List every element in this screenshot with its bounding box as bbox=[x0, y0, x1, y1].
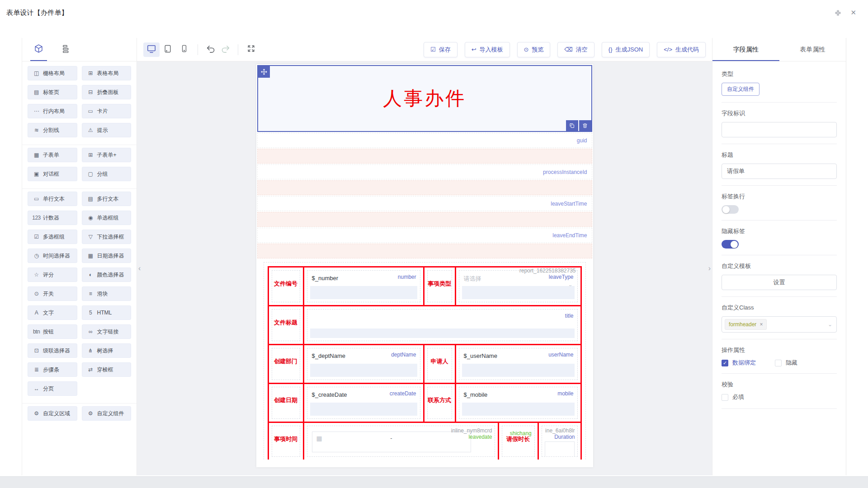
generate-code-button[interactable]: </>生成代码 bbox=[657, 42, 706, 57]
settings-button[interactable]: 设置 bbox=[722, 275, 837, 290]
device-tablet-button[interactable] bbox=[160, 42, 176, 57]
label-cell[interactable]: 创建部门 bbox=[269, 345, 304, 383]
trash-icon[interactable] bbox=[579, 120, 591, 131]
hidden-field-row-spacer[interactable] bbox=[257, 212, 592, 227]
label-cell[interactable]: 创建日期 bbox=[269, 384, 304, 422]
field-item-分组[interactable]: ▢分组 bbox=[82, 167, 132, 181]
copy-icon[interactable] bbox=[566, 120, 578, 131]
field-item-多行文本[interactable]: ▤多行文本 bbox=[82, 192, 132, 206]
field-item-标签页[interactable]: ▤标签页 bbox=[28, 85, 77, 99]
field-item-HTML[interactable]: 5HTML bbox=[82, 305, 132, 320]
label-wrap-toggle[interactable] bbox=[722, 205, 739, 214]
field-item-下拉选择框[interactable]: ▽下拉选择框 bbox=[82, 230, 132, 244]
hidden-field-row[interactable]: leaveStartTime bbox=[257, 196, 592, 211]
field-item-折叠面板[interactable]: ⊟折叠面板 bbox=[82, 85, 132, 99]
field-item-表格布局[interactable]: ⊞表格布局 bbox=[82, 66, 132, 80]
save-button[interactable]: ☑保存 bbox=[424, 42, 458, 57]
move-handle-icon[interactable] bbox=[258, 66, 270, 78]
field-item-树选择[interactable]: ⋔树选择 bbox=[82, 343, 132, 358]
title-input[interactable] bbox=[722, 164, 837, 179]
field-item-行内布局[interactable]: ⋯行内布局 bbox=[28, 104, 77, 118]
label-cell[interactable]: 联系方式 bbox=[425, 384, 456, 422]
compress-icon[interactable] bbox=[835, 9, 841, 16]
field-item-子表单+[interactable]: ⊞子表单+ bbox=[82, 148, 132, 162]
date-range-picker[interactable]: ▦ - bbox=[312, 432, 471, 452]
hidden-field-row-spacer[interactable] bbox=[257, 244, 592, 258]
field-item-自定义区域[interactable]: ⚙自定义区域 bbox=[28, 406, 77, 421]
field-item-单行文本[interactable]: ▭单行文本 bbox=[28, 192, 77, 206]
field-item-label: 自定义区域 bbox=[43, 410, 70, 418]
field-item-开关[interactable]: ⊙开关 bbox=[28, 286, 77, 301]
field-item-子表单[interactable]: ▦子表单 bbox=[28, 148, 77, 162]
duration-input[interactable] bbox=[545, 441, 575, 457]
required-checkbox[interactable]: 必填 bbox=[722, 393, 744, 401]
clear-button[interactable]: ⌫清空 bbox=[557, 42, 594, 57]
field-item-文字[interactable]: A文字 bbox=[28, 305, 77, 320]
field-item-穿梭框[interactable]: ⇄穿梭框 bbox=[82, 362, 132, 377]
generate-json-button[interactable]: {}生成JSON bbox=[602, 42, 650, 57]
field-item-步骤条[interactable]: ≣步骤条 bbox=[28, 362, 77, 377]
label-cell[interactable]: 事项时间 bbox=[269, 423, 304, 460]
field-item-分割线[interactable]: ≋分割线 bbox=[28, 123, 77, 137]
remove-tag-icon[interactable]: × bbox=[760, 321, 763, 328]
import-template-button[interactable]: ↩导入模板 bbox=[465, 42, 510, 57]
databind-checkbox[interactable]: ✓ 数据绑定 bbox=[722, 359, 756, 367]
field-item-计数器[interactable]: 123计数器 bbox=[28, 211, 77, 225]
report-table-component[interactable]: report_1622518382735 文件编号 $_number numbe… bbox=[264, 262, 586, 460]
field-item-滑块[interactable]: ≡滑块 bbox=[82, 286, 132, 301]
tab-form-properties[interactable]: 表单属性 bbox=[779, 38, 846, 61]
form-paper[interactable]: 人事办件 guidprocessInstanceIdleaveStartTime… bbox=[256, 64, 593, 467]
field-item-自定义组件[interactable]: ⚙自定义组件 bbox=[82, 406, 132, 421]
label-cell[interactable]: 事项类型 bbox=[425, 267, 456, 305]
fullscreen-button[interactable] bbox=[244, 42, 258, 57]
field-item-多选框组[interactable]: ☑多选框组 bbox=[28, 230, 77, 244]
label-cell[interactable]: 文件标题 bbox=[269, 306, 304, 344]
field-cell[interactable]: $_createDate createDate bbox=[304, 384, 425, 422]
field-item-按钮[interactable]: btn按钮 bbox=[28, 324, 77, 339]
hidden-field-row-spacer[interactable] bbox=[257, 180, 592, 195]
field-cell[interactable]: ine_6ai0h8lr Duration bbox=[539, 423, 580, 460]
field-item-分页[interactable]: ↔分页 bbox=[28, 381, 77, 396]
redo-button[interactable] bbox=[218, 42, 232, 57]
field-cell[interactable]: inline_nym8mcrd leavedate ▦ - bbox=[304, 423, 499, 460]
field-cell[interactable]: $_userName userName bbox=[456, 345, 580, 383]
label-cell[interactable]: 申请人 bbox=[425, 345, 456, 383]
collapse-right-icon[interactable]: › bbox=[708, 265, 711, 272]
device-mobile-button[interactable] bbox=[176, 42, 192, 57]
form-header-component[interactable]: 人事办件 bbox=[257, 65, 592, 132]
field-id-input[interactable] bbox=[722, 122, 837, 137]
field-cell[interactable]: title bbox=[304, 306, 580, 344]
field-item-对话框[interactable]: ▣对话框 bbox=[28, 167, 77, 181]
undo-button[interactable] bbox=[203, 42, 218, 57]
field-item-日期选择器[interactable]: ▦日期选择器 bbox=[82, 249, 132, 263]
field-cell[interactable]: $_mobile mobile bbox=[456, 384, 580, 422]
device-desktop-button[interactable] bbox=[143, 42, 160, 57]
field-item-栅格布局[interactable]: ◫栅格布局 bbox=[28, 66, 77, 80]
field-cell[interactable]: $_deptName deptName bbox=[304, 345, 425, 383]
field-item-单选框组[interactable]: ◉单选框组 bbox=[82, 211, 132, 225]
field-item-提示[interactable]: ⚠提示 bbox=[82, 123, 132, 137]
tab-component-library[interactable] bbox=[34, 38, 43, 61]
tab-field-properties[interactable]: 字段属性 bbox=[712, 38, 779, 61]
field-item-评分[interactable]: ☆评分 bbox=[28, 267, 77, 282]
label-cell[interactable]: 文件编号 bbox=[269, 267, 304, 305]
hidden-field-row[interactable]: leaveEndTime bbox=[257, 228, 592, 243]
custom-class-select[interactable]: formheader × ⌄ bbox=[722, 316, 837, 333]
field-item-颜色选择器[interactable]: ◐颜色选择器 bbox=[82, 267, 132, 282]
field-item-时间选择器[interactable]: ◷时间选择器 bbox=[28, 249, 77, 263]
hidden-field-row[interactable]: guid bbox=[257, 133, 592, 148]
close-icon[interactable]: ✕ bbox=[850, 9, 856, 17]
hidden-field-row-spacer[interactable] bbox=[257, 149, 592, 164]
hidden-checkbox[interactable]: 隐藏 bbox=[775, 359, 797, 367]
label-cell[interactable]: 请假时长 shichang bbox=[499, 423, 539, 460]
field-item-文字链接[interactable]: ∞文字链接 bbox=[82, 324, 132, 339]
field-item-卡片[interactable]: ▭卡片 bbox=[82, 104, 132, 118]
field-cell[interactable]: $_number number bbox=[304, 267, 425, 305]
design-canvas[interactable]: ‹ › 人事办件 bbox=[137, 61, 712, 475]
preview-button[interactable]: ⊙预览 bbox=[517, 42, 551, 57]
collapse-left-icon[interactable]: ‹ bbox=[138, 265, 141, 272]
tab-outline-tree[interactable] bbox=[61, 38, 70, 61]
hide-label-toggle[interactable] bbox=[722, 240, 739, 249]
hidden-field-row[interactable]: processInstanceId bbox=[257, 164, 592, 179]
field-item-级联选择器[interactable]: ⊡级联选择器 bbox=[28, 343, 77, 358]
